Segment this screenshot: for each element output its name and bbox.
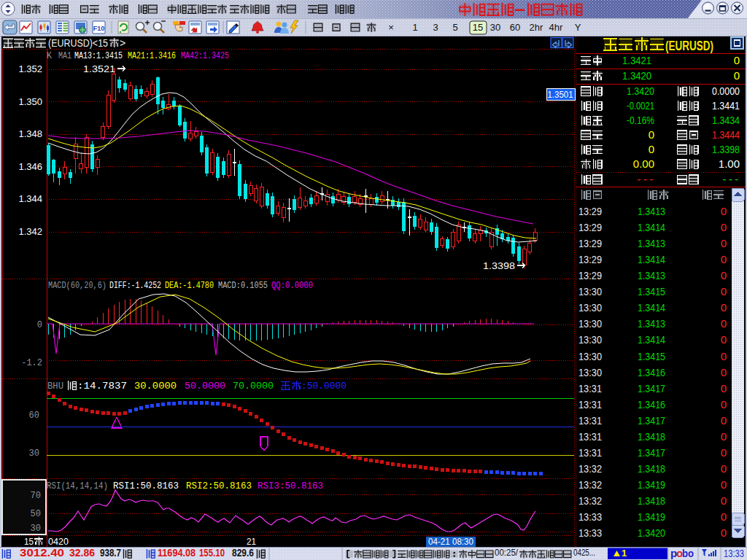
svg-text:MA1: MA1 bbox=[58, 51, 71, 61]
svg-text:1: 1 bbox=[622, 548, 627, 559]
svg-text:1.3417: 1.3417 bbox=[638, 414, 665, 427]
svg-text:---: --- bbox=[636, 174, 654, 186]
svg-text:1.3521: 1.3521 bbox=[83, 63, 115, 74]
svg-text:30.0000: 30.0000 bbox=[134, 381, 177, 392]
svg-text:0: 0 bbox=[721, 430, 727, 443]
svg-text:13:33: 13:33 bbox=[578, 526, 602, 539]
svg-text:13:30: 13:30 bbox=[578, 366, 602, 378]
svg-text:829.6: 829.6 bbox=[232, 547, 254, 559]
svg-text:1.3417: 1.3417 bbox=[638, 382, 665, 394]
svg-text:MA13:1.3415: MA13:1.3415 bbox=[74, 51, 123, 61]
svg-text:1.3415: 1.3415 bbox=[638, 285, 665, 298]
svg-text:1.3444: 1.3444 bbox=[712, 128, 740, 141]
svg-text:13:31: 13:31 bbox=[578, 398, 602, 411]
svg-text:13:30: 13:30 bbox=[578, 301, 602, 314]
svg-text:13:31: 13:31 bbox=[578, 446, 602, 459]
svg-text:Y: Y bbox=[575, 22, 581, 33]
svg-text:1.3413: 1.3413 bbox=[638, 205, 665, 217]
svg-text:1.3501: 1.3501 bbox=[548, 89, 573, 100]
svg-text:13:33: 13:33 bbox=[578, 510, 602, 523]
svg-text:13:29: 13:29 bbox=[578, 269, 602, 281]
svg-text:1.3441: 1.3441 bbox=[712, 99, 740, 112]
svg-text:1.350: 1.350 bbox=[18, 96, 42, 107]
svg-text:5: 5 bbox=[452, 22, 457, 33]
svg-text:0: 0 bbox=[721, 414, 727, 427]
svg-text:15: 15 bbox=[473, 22, 483, 33]
svg-text:0: 0 bbox=[721, 494, 727, 507]
svg-text:13:33: 13:33 bbox=[724, 548, 744, 559]
svg-text:1.346: 1.346 bbox=[18, 161, 42, 172]
svg-text:50: 50 bbox=[31, 509, 41, 519]
svg-text:1.3418: 1.3418 bbox=[638, 494, 665, 507]
svg-text:0: 0 bbox=[721, 382, 727, 394]
svg-text:1.352: 1.352 bbox=[18, 63, 42, 74]
svg-text:MACD(60,20,6): MACD(60,20,6) bbox=[48, 281, 107, 291]
svg-text:0: 0 bbox=[721, 366, 727, 378]
svg-text:0: 0 bbox=[721, 350, 727, 362]
svg-text:30: 30 bbox=[490, 22, 500, 33]
svg-text:0: 0 bbox=[721, 462, 727, 475]
svg-text:30: 30 bbox=[31, 524, 41, 534]
svg-text:0: 0 bbox=[721, 510, 727, 523]
svg-text:MACD:0.1055: MACD:0.1055 bbox=[218, 281, 268, 291]
svg-text:15: 15 bbox=[24, 536, 34, 547]
svg-text:0: 0 bbox=[721, 269, 727, 281]
svg-text:1: 1 bbox=[412, 22, 417, 33]
svg-text:0: 0 bbox=[734, 54, 740, 66]
svg-text:1.3414: 1.3414 bbox=[638, 221, 665, 233]
svg-text:13:32: 13:32 bbox=[578, 462, 602, 475]
svg-text:DEA:-1.4780: DEA:-1.4780 bbox=[165, 281, 214, 291]
svg-text:1.3413: 1.3413 bbox=[638, 237, 665, 249]
svg-text:3: 3 bbox=[433, 22, 438, 33]
svg-text:13:29: 13:29 bbox=[578, 237, 602, 249]
svg-text:×: × bbox=[388, 22, 394, 33]
svg-text:30: 30 bbox=[29, 448, 39, 459]
svg-text:BHU: BHU bbox=[47, 381, 63, 392]
svg-text:1.3415: 1.3415 bbox=[638, 350, 665, 362]
svg-text:0: 0 bbox=[721, 333, 727, 346]
svg-text:(EURUSD): (EURUSD) bbox=[665, 38, 713, 53]
svg-text:1.3414: 1.3414 bbox=[638, 333, 665, 346]
svg-text:1.3420: 1.3420 bbox=[638, 526, 665, 539]
svg-text:0: 0 bbox=[721, 398, 727, 411]
svg-text:50.0000: 50.0000 bbox=[185, 381, 225, 392]
svg-text:bo: bo bbox=[682, 547, 694, 559]
svg-text:1.3418: 1.3418 bbox=[638, 462, 665, 475]
svg-text:QQ:0.0000: QQ:0.0000 bbox=[271, 281, 313, 291]
svg-text:1.3416: 1.3416 bbox=[638, 366, 665, 378]
svg-text:13:30: 13:30 bbox=[578, 285, 602, 298]
svg-text:F10: F10 bbox=[93, 25, 105, 32]
svg-text:1.3398: 1.3398 bbox=[483, 260, 515, 271]
svg-text:0: 0 bbox=[37, 320, 42, 330]
svg-text:1.3416: 1.3416 bbox=[638, 398, 665, 411]
svg-text:1.00: 1.00 bbox=[719, 158, 740, 170]
svg-text:DIFF:-1.4252: DIFF:-1.4252 bbox=[109, 281, 161, 291]
svg-text:1.3398: 1.3398 bbox=[712, 143, 740, 155]
svg-text:1.3420: 1.3420 bbox=[627, 85, 654, 97]
svg-text:60: 60 bbox=[29, 411, 39, 421]
svg-text:1.3434: 1.3434 bbox=[712, 114, 740, 126]
svg-text:0: 0 bbox=[721, 478, 727, 491]
svg-text:13:30: 13:30 bbox=[578, 317, 602, 330]
svg-text:1.3418: 1.3418 bbox=[638, 430, 665, 443]
svg-text:60: 60 bbox=[510, 22, 520, 33]
svg-text:-0.16%: -0.16% bbox=[627, 114, 654, 126]
svg-text:1.3413: 1.3413 bbox=[638, 317, 665, 330]
svg-text:938.7: 938.7 bbox=[100, 547, 121, 559]
svg-text:21: 21 bbox=[247, 536, 256, 547]
svg-text:0: 0 bbox=[649, 128, 654, 141]
svg-text:1.3414: 1.3414 bbox=[638, 253, 665, 265]
svg-text:32.86: 32.86 bbox=[69, 547, 95, 559]
svg-text:4hr: 4hr bbox=[549, 22, 563, 33]
svg-text:0: 0 bbox=[649, 143, 654, 155]
svg-text:MA21:1.3416: MA21:1.3416 bbox=[128, 51, 176, 61]
svg-text:13:32: 13:32 bbox=[578, 478, 602, 491]
svg-text:1.3420: 1.3420 bbox=[622, 69, 651, 82]
svg-text:-0.0021: -0.0021 bbox=[627, 99, 654, 112]
svg-text:1.3419: 1.3419 bbox=[638, 478, 665, 491]
svg-text:0: 0 bbox=[721, 205, 727, 217]
svg-text:1.344: 1.344 bbox=[18, 193, 42, 204]
svg-text:0: 0 bbox=[721, 237, 727, 249]
svg-text:0425...: 0425... bbox=[573, 548, 595, 558]
svg-text:RSI2:50.8163: RSI2:50.8163 bbox=[186, 481, 252, 491]
